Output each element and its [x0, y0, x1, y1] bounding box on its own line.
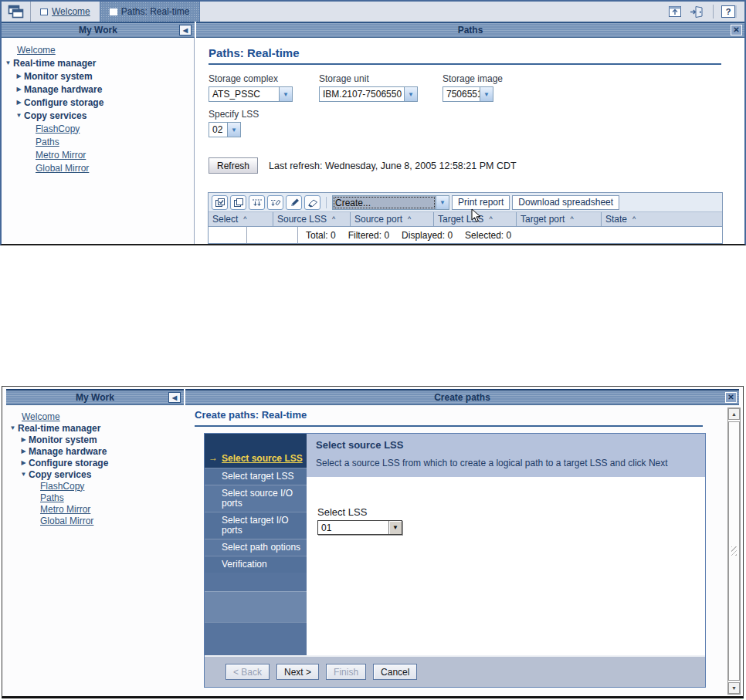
tree-collapsed-icon[interactable]: ▶ [19, 459, 29, 466]
sidebar-item-manage-hardware[interactable]: ▶Manage hardware [2, 83, 194, 96]
column-select[interactable]: Select^ [209, 212, 273, 226]
clear-filter-icon[interactable] [267, 195, 283, 210]
storage-unit-field: Storage unit IBM.2107-7506550 ▼ [319, 73, 418, 102]
sidebar-item-realtime-manager[interactable]: ▼Real-time manager [6, 422, 184, 434]
collapse-panel-icon[interactable]: ◀ [179, 25, 192, 36]
specify-lss-select[interactable]: 02 ▼ [209, 122, 241, 137]
summary-empty-cell [209, 227, 247, 243]
tree-collapsed-icon[interactable]: ▶ [14, 99, 24, 106]
wizard-step-select-source-lss[interactable]: → Select source LSS [205, 449, 307, 468]
sort-asc-icon[interactable]: ^ [243, 215, 246, 223]
sidebar-item-configure-storage[interactable]: ▶Configure storage [6, 457, 184, 468]
tree-expanded-icon[interactable]: ▼ [3, 59, 13, 66]
create-paths-title: Create paths [434, 392, 490, 403]
console-windows-icon[interactable] [2, 2, 31, 22]
wizard-step-select-target-lss[interactable]: Select target LSS [205, 468, 307, 485]
scrollbar-thumb[interactable] [728, 421, 740, 681]
collapse-panel-icon[interactable]: ◀ [168, 392, 181, 403]
tree-collapsed-icon[interactable]: ▶ [14, 73, 24, 79]
select-lss-select[interactable]: 01 ▼ [317, 520, 402, 535]
sidebar-item-paths[interactable]: Paths [2, 135, 194, 148]
select-lss-label: Select LSS [317, 506, 367, 518]
tab-welcome[interactable]: Welcome [31, 2, 100, 22]
wizard-step-select-source-io-ports[interactable]: Select source I/O ports [205, 485, 307, 512]
tab-paths-label: Paths: Real-time [121, 6, 190, 17]
finish-button[interactable]: Finish [326, 664, 366, 680]
clear-sort-icon[interactable] [304, 195, 320, 210]
sidebar-item-monitor-system[interactable]: ▶Monitor system [6, 434, 184, 445]
wizard-step-select-target-io-ports[interactable]: Select target I/O ports [205, 512, 307, 539]
column-source-lss[interactable]: Source LSS^ [273, 212, 351, 226]
sort-asc-icon[interactable]: ^ [632, 215, 636, 223]
download-spreadsheet-button[interactable]: Download spreadsheet [512, 195, 619, 210]
logout-door-icon[interactable] [690, 5, 705, 19]
storage-complex-select[interactable]: ATS_PSSC ▼ [209, 86, 293, 102]
deselect-all-icon[interactable] [230, 195, 246, 210]
sidebar-item-paths[interactable]: Paths [6, 492, 184, 503]
chevron-down-icon: ▼ [404, 87, 417, 101]
sidebar-item-welcome[interactable]: Welcome [6, 411, 184, 422]
tab-paths-realtime[interactable]: Paths: Real-time [100, 2, 200, 22]
specify-lss-field: Specify LSS 02 ▼ [209, 109, 259, 137]
sort-asc-icon[interactable]: ^ [332, 215, 335, 223]
refresh-button[interactable]: Refresh [209, 157, 258, 174]
tree-expanded-icon[interactable]: ▼ [14, 112, 24, 119]
vertical-scrollbar[interactable]: ▲ ▼ [727, 407, 741, 695]
column-target-port[interactable]: Target port^ [517, 212, 602, 226]
create-paths-header: Create paths ✕ [185, 389, 739, 405]
tree-expanded-icon[interactable]: ▼ [8, 424, 18, 431]
tab-page-icon [40, 8, 48, 15]
close-icon[interactable]: ✕ [725, 392, 737, 403]
wizard-nav-filler [205, 591, 307, 622]
table-toolbar: Create... ▼ Print report Download spread… [209, 193, 722, 212]
restore-window-icon[interactable] [668, 5, 682, 18]
sort-asc-icon[interactable]: ^ [489, 215, 492, 223]
summary-empty-cell [247, 227, 298, 243]
next-button[interactable]: Next > [276, 664, 319, 680]
create-paths-window: My Work ◀ Create paths ✕ Welcome ▼Real-t… [2, 386, 744, 698]
tree-expanded-icon[interactable]: ▼ [19, 471, 29, 478]
sidebar-item-manage-hardware[interactable]: ▶Manage hardware [6, 445, 184, 457]
sidebar-item-metro-mirror[interactable]: Metro Mirror [2, 148, 194, 161]
sidebar-item-monitor-system[interactable]: ▶Monitor system [2, 69, 194, 83]
help-icon[interactable]: ? [721, 5, 735, 18]
tree-collapsed-icon[interactable]: ▶ [19, 436, 29, 443]
column-state[interactable]: State^ [602, 212, 722, 226]
tab-page-icon [110, 8, 117, 15]
close-icon[interactable]: ✕ [731, 25, 742, 36]
tree-collapsed-icon[interactable]: ▶ [19, 448, 29, 455]
wizard-step-verification[interactable]: Verification [205, 556, 307, 573]
sidebar-item-global-mirror[interactable]: Global Mirror [6, 515, 184, 526]
sidebar-item-realtime-manager[interactable]: ▼Real-time manager [2, 56, 194, 69]
sidebar-item-flashcopy[interactable]: FlashCopy [2, 122, 194, 135]
sidebar-item-flashcopy[interactable]: FlashCopy [6, 480, 184, 492]
back-button[interactable]: < Back [225, 664, 270, 680]
show-filter-row-icon[interactable] [249, 195, 265, 210]
sidebar-item-metro-mirror[interactable]: Metro Mirror [6, 503, 184, 515]
tab-welcome-label[interactable]: Welcome [52, 6, 90, 17]
wizard-buttons-bar: < Back Next > Finish Cancel [205, 655, 705, 687]
print-report-button[interactable]: Print report [452, 195, 510, 210]
storage-image-field: Storage image 7506551 ▼ [443, 73, 503, 102]
tree-collapsed-icon[interactable]: ▶ [14, 86, 24, 93]
column-source-port[interactable]: Source port^ [351, 212, 434, 226]
cancel-button[interactable]: Cancel [373, 664, 417, 680]
sidebar-item-welcome[interactable]: Welcome [2, 43, 194, 56]
sort-asc-icon[interactable]: ^ [570, 215, 573, 223]
scroll-down-icon[interactable]: ▼ [728, 682, 740, 694]
mywork-header: My Work ◀ [2, 22, 195, 38]
storage-unit-select[interactable]: IBM.2107-7506550 ▼ [319, 86, 418, 102]
displayed-count: Displayed: 0 [402, 230, 453, 241]
wizard-step-select-path-options[interactable]: Select path options [205, 539, 307, 556]
sidebar-item-global-mirror[interactable]: Global Mirror [2, 161, 194, 174]
sidebar-item-configure-storage[interactable]: ▶Configure storage [2, 96, 194, 109]
sort-asc-icon[interactable]: ^ [408, 215, 411, 223]
table-action-select[interactable]: Create... ▼ [332, 195, 449, 210]
edit-sort-icon[interactable] [286, 195, 302, 210]
sidebar-item-copy-services[interactable]: ▼Copy services [6, 468, 184, 480]
wizard-step-body: Select LSS 01 ▼ [307, 477, 705, 654]
sidebar-item-copy-services[interactable]: ▼Copy services [2, 109, 194, 122]
select-all-icon[interactable] [212, 195, 228, 210]
scroll-up-icon[interactable]: ▲ [728, 408, 740, 420]
storage-image-select[interactable]: 7506551 ▼ [443, 86, 493, 102]
